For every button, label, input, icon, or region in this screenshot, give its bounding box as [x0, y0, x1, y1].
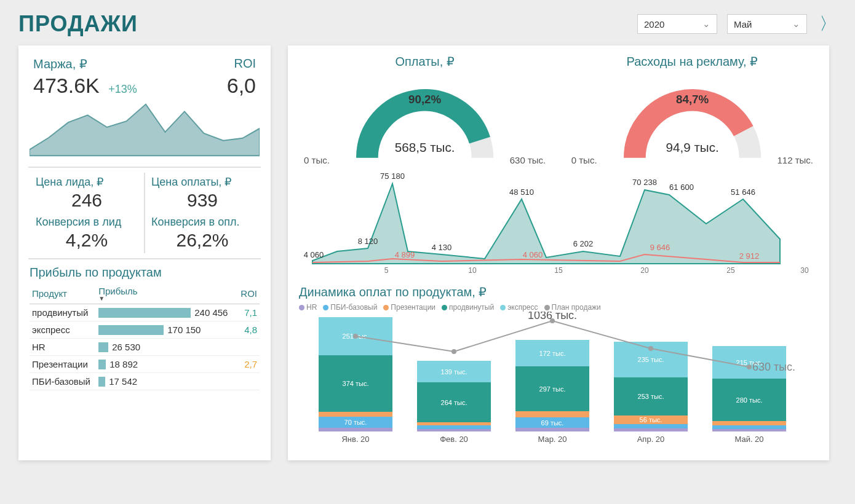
conv-lead-label: Конверсия в лид	[36, 216, 138, 229]
gauge-ads-max: 112 тыс.	[777, 155, 813, 165]
left-panel: Маржа, ₽ ROI 473.6K +13% 6,0 Цена лида, …	[18, 45, 271, 460]
pay-cost-label: Цена оплаты, ₽	[151, 175, 253, 189]
svg-text:51 646: 51 646	[731, 187, 755, 197]
svg-text:568,5 тыс.: 568,5 тыс.	[395, 140, 455, 154]
svg-rect-58	[712, 429, 786, 431]
svg-text:84,7%: 84,7%	[676, 93, 709, 106]
svg-rect-40	[515, 428, 589, 431]
products-title: Прибыль по продуктам	[30, 266, 260, 280]
margin-sparkline	[30, 98, 260, 159]
svg-text:1036 тыс.: 1036 тыс.	[528, 312, 577, 321]
conv-pay-value: 26,2%	[151, 230, 253, 251]
svg-text:4 060: 4 060	[304, 250, 324, 259]
table-row[interactable]: HR 26 530	[30, 339, 260, 356]
svg-text:172 тыс.: 172 тыс.	[539, 350, 566, 357]
svg-rect-43	[515, 411, 589, 417]
svg-text:5: 5	[384, 266, 389, 275]
svg-text:30: 30	[800, 266, 809, 275]
svg-text:70 тыс.: 70 тыс.	[344, 419, 367, 426]
svg-text:297 тыс.: 297 тыс.	[539, 385, 566, 393]
svg-rect-50	[614, 424, 688, 428]
chevron-down-icon: ⌄	[792, 18, 800, 30]
month-value: Май	[734, 19, 752, 30]
products-table: Продукт Прибыль▼ ROI продвинутый 240 456…	[30, 283, 260, 390]
svg-rect-49	[614, 428, 688, 431]
svg-text:235 тыс.: 235 тыс.	[638, 356, 664, 363]
svg-rect-59	[712, 425, 786, 429]
year-dropdown[interactable]: 2020 ⌄	[637, 14, 717, 34]
gauge-ads: Расходы на рекламу, ₽ 84,7% 94,9 тыс. 0 …	[569, 54, 816, 165]
lead-cost-value: 246	[36, 190, 138, 211]
chevron-down-icon: ⌄	[702, 18, 710, 30]
svg-text:48 510: 48 510	[509, 187, 534, 197]
svg-text:94,9 тыс.: 94,9 тыс.	[666, 140, 718, 154]
table-row[interactable]: экспресс 170 150 4,8	[30, 321, 260, 339]
svg-text:374 тыс.: 374 тыс.	[343, 380, 369, 387]
svg-text:70 238: 70 238	[632, 178, 657, 187]
table-row[interactable]: ПБИ-базовый 17 542	[30, 373, 260, 390]
dynamics-title: Динамика оплат по продуктам, ₽	[299, 285, 818, 299]
svg-text:6 202: 6 202	[573, 239, 594, 248]
page-title: ПРОДАЖИ	[18, 11, 138, 37]
svg-text:4 130: 4 130	[432, 243, 452, 252]
svg-text:4 060: 4 060	[523, 250, 543, 259]
year-value: 2020	[644, 19, 664, 30]
svg-text:280 тыс.: 280 тыс.	[736, 396, 763, 404]
svg-text:139 тыс.: 139 тыс.	[441, 368, 467, 376]
sort-desc-icon: ▼	[98, 296, 234, 301]
svg-text:9 646: 9 646	[650, 243, 670, 252]
svg-rect-34	[417, 422, 491, 425]
svg-rect-26	[319, 412, 392, 417]
table-row[interactable]: Презентации 18 892 2,7	[30, 356, 260, 373]
col-product[interactable]: Продукт	[30, 283, 96, 304]
svg-text:264 тыс.: 264 тыс.	[441, 399, 467, 406]
svg-text:253 тыс.: 253 тыс.	[638, 393, 664, 400]
dynamics-legend: HR ПБИ-базовый Презентации продвинутый э…	[299, 303, 818, 312]
svg-rect-33	[417, 425, 491, 429]
svg-text:2 912: 2 912	[739, 251, 760, 261]
margin-value: 473.6K	[33, 74, 100, 97]
margin-delta: +13%	[108, 83, 137, 95]
svg-text:10: 10	[468, 266, 477, 275]
lead-cost-label: Цена лида, ₽	[36, 175, 138, 189]
svg-rect-23	[319, 428, 392, 431]
month-dropdown[interactable]: Май ⌄	[727, 14, 807, 34]
margin-label: Маржа, ₽	[33, 57, 87, 71]
svg-text:25: 25	[726, 266, 735, 275]
svg-text:Янв. 20: Янв. 20	[341, 435, 369, 444]
svg-rect-32	[417, 429, 491, 431]
stacked-chart: 70 тыс.374 тыс.251 тыс.Янв. 20264 тыс.13…	[299, 312, 818, 447]
svg-text:20: 20	[640, 266, 649, 275]
svg-text:61 600: 61 600	[669, 183, 694, 192]
svg-text:630 тыс.: 630 тыс.	[752, 361, 795, 373]
gauge-payments-min: 0 тыс.	[304, 155, 330, 165]
svg-text:Май. 20: Май. 20	[734, 435, 763, 444]
svg-text:Фев. 20: Фев. 20	[440, 435, 468, 444]
gauge-ads-min: 0 тыс.	[571, 155, 597, 165]
right-panel: Оплаты, ₽ 90,2% 568,5 тыс. 0 тыс. 630 ты…	[288, 45, 829, 460]
svg-rect-60	[712, 421, 786, 425]
conv-pay-label: Конверсия в опл.	[151, 216, 253, 229]
col-roi[interactable]: ROI	[237, 283, 260, 304]
roi-label: ROI	[234, 57, 256, 71]
svg-text:56 тыс.: 56 тыс.	[640, 416, 662, 423]
next-page-icon[interactable]: 〉	[819, 12, 837, 36]
gauge-payments-max: 630 тыс.	[510, 155, 546, 165]
gauge-payments-title: Оплаты, ₽	[301, 54, 548, 69]
col-profit[interactable]: Прибыль▼	[96, 283, 237, 304]
daily-chart: 4 060 8 120 75 180 4 130 48 510 6 202 70…	[299, 165, 818, 276]
svg-text:69 тыс.: 69 тыс.	[541, 419, 564, 427]
svg-text:Мар. 20: Мар. 20	[538, 435, 567, 444]
svg-text:Апр. 20: Апр. 20	[637, 435, 665, 444]
conv-lead-value: 4,2%	[36, 230, 138, 251]
table-row[interactable]: продвинутый 240 456 7,1	[30, 304, 260, 321]
svg-text:4 899: 4 899	[395, 250, 415, 259]
svg-text:75 180: 75 180	[380, 171, 405, 181]
pay-cost-value: 939	[151, 190, 253, 211]
gauge-ads-title: Расходы на рекламу, ₽	[569, 54, 816, 69]
roi-value: 6,0	[227, 74, 256, 98]
svg-text:90,2%: 90,2%	[408, 93, 441, 106]
gauge-payments: Оплаты, ₽ 90,2% 568,5 тыс. 0 тыс. 630 ты…	[301, 54, 548, 165]
svg-text:8 120: 8 120	[358, 237, 378, 246]
svg-text:15: 15	[554, 266, 563, 275]
